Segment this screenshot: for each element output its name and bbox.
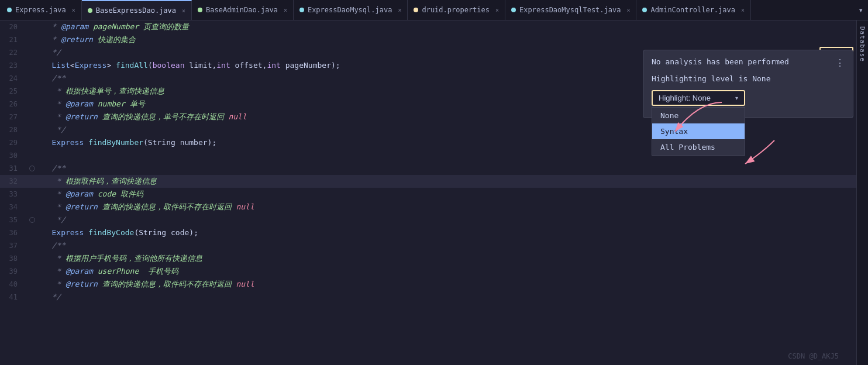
overlay-title: No analysis has been performed: [652, 57, 789, 66]
line-number: 32: [0, 175, 26, 188]
line-number: 40: [0, 278, 26, 291]
tab-express-java[interactable]: Express.java ×: [1, 0, 82, 20]
tab-close[interactable]: ×: [182, 8, 185, 14]
line-gutter: [26, 217, 38, 223]
overlay-menu-icon[interactable]: ⋮: [835, 57, 845, 68]
line-content: * @return 快递的集合: [38, 33, 856, 46]
tab-label: druid.properties: [422, 6, 490, 14]
tab-close[interactable]: ×: [495, 7, 499, 13]
tab-close[interactable]: ×: [284, 7, 287, 13]
tab-base-admin-dao[interactable]: BaseAdminDao.java ×: [192, 0, 294, 20]
tab-druid-properties[interactable]: druid.properties ×: [408, 0, 505, 20]
code-line: 36 Express findByCode(String code);: [0, 226, 856, 239]
highlight-btn-label: Highlight: None: [659, 94, 711, 102]
dropdown-item-syntax[interactable]: Syntax: [652, 123, 745, 139]
dropdown-menu: None Syntax All Problems: [652, 107, 745, 156]
watermark: CSDN @D_AKJ5: [788, 352, 839, 360]
tab-dot: [88, 8, 92, 13]
code-line: 31 /**: [0, 162, 856, 175]
code-line: 21 * @return 快递的集合: [0, 33, 856, 46]
gutter-icon: [29, 217, 35, 223]
code-line: 20 * @param pageNumber 页查询的数量: [0, 20, 856, 33]
tab-base-express-dao[interactable]: BaseExpressDao.java ×: [82, 0, 192, 20]
tab-close[interactable]: ×: [398, 7, 401, 13]
code-line-32: 32 * 根据取件码，查询快递信息: [0, 175, 856, 188]
line-content: */: [38, 214, 856, 226]
code-line: 38 * 根据用户手机号码，查询他所有快递信息: [0, 252, 856, 265]
line-number: 26: [0, 98, 26, 111]
line-number: 20: [0, 20, 26, 33]
overlay-subtitle: Highlighting level is None: [652, 74, 845, 83]
code-line: 37 /**: [0, 239, 856, 252]
line-number: 33: [0, 188, 26, 201]
line-content: * @param code 取件码: [38, 188, 856, 201]
line-number: 41: [0, 291, 26, 304]
line-content: * 根据取件码，查询快递信息: [38, 175, 856, 188]
code-line: 41 */: [0, 291, 856, 304]
line-content: /**: [38, 162, 856, 175]
line-number: 24: [0, 72, 26, 85]
line-content: * @return 查询的快递信息，取件码不存在时返回 null: [38, 201, 856, 214]
line-number: 30: [0, 149, 26, 162]
tab-bar: Express.java × BaseExpressDao.java × Bas…: [0, 0, 868, 20]
line-number: 27: [0, 111, 26, 123]
code-line: 35 */: [0, 214, 856, 226]
line-number: 35: [0, 214, 26, 226]
dropdown-item-all-problems[interactable]: All Problems: [652, 139, 745, 155]
chevron-down-icon: ▾: [735, 95, 738, 101]
tab-express-dao-mysql[interactable]: ExpressDaoMysql.java ×: [294, 0, 408, 20]
line-number: 23: [0, 59, 26, 72]
tab-close[interactable]: ×: [741, 7, 745, 13]
line-number: 25: [0, 85, 26, 98]
tab-dot: [642, 8, 647, 12]
tab-label: Express.java: [15, 6, 66, 14]
line-number: 29: [0, 136, 26, 149]
line-number: 38: [0, 252, 26, 265]
line-number: 21: [0, 33, 26, 46]
code-editor[interactable]: 20 * @param pageNumber 页查询的数量 21 * @retu…: [0, 20, 856, 365]
tab-label: AdminController.java: [650, 6, 735, 14]
overlay-header: No analysis has been performed ⋮: [652, 57, 845, 68]
tab-overflow-button[interactable]: ▾: [854, 5, 868, 15]
dropdown-item-none[interactable]: None: [652, 108, 745, 123]
highlight-dropdown-button[interactable]: Highlight: None ▾: [652, 90, 745, 106]
overlay-panel: No analysis has been performed ⋮ Highlig…: [643, 50, 853, 118]
line-content: * @param pageNumber 页查询的数量: [38, 20, 856, 33]
line-content: Express findByCode(String code);: [38, 226, 856, 239]
tab-close[interactable]: ×: [626, 7, 630, 13]
gutter-icon: [29, 166, 35, 171]
tab-label: ExpressDaoMysql.java: [308, 6, 392, 14]
code-line: 39 * @param userPhone 手机号码: [0, 265, 856, 278]
tab-dot: [198, 8, 202, 12]
line-number: 22: [0, 46, 26, 59]
tab-close[interactable]: ×: [72, 7, 75, 13]
code-line: 40 * @return 查询的快递信息，取件码不存在时返回 null: [0, 278, 856, 291]
tab-dot: [414, 8, 418, 12]
tab-admin-controller[interactable]: AdminController.java ×: [636, 0, 751, 20]
line-content: */: [38, 291, 856, 304]
line-number: 36: [0, 226, 26, 239]
highlight-dropdown: Highlight: None ▾ None Syntax All Proble…: [652, 90, 845, 106]
database-sidebar-label: Database: [859, 26, 866, 62]
line-number: 39: [0, 265, 26, 278]
line-content: * 根据用户手机号码，查询他所有快递信息: [38, 252, 856, 265]
line-number: 31: [0, 162, 26, 175]
tab-dot: [7, 8, 12, 12]
line-number: 37: [0, 239, 26, 252]
tab-label: BaseExpressDao.java: [96, 6, 176, 15]
tab-label: ExpressDaoMysqlTest.java: [519, 6, 621, 14]
tab-dot: [511, 8, 516, 12]
line-gutter: [26, 166, 38, 171]
line-number: 34: [0, 201, 26, 214]
line-number: 28: [0, 123, 26, 136]
tab-label: BaseAdminDao.java: [206, 6, 278, 14]
code-line: 34 * @return 查询的快递信息，取件码不存在时返回 null: [0, 201, 856, 214]
code-line: 33 * @param code 取件码: [0, 188, 856, 201]
line-content: /**: [38, 239, 856, 252]
tab-express-dao-mysql-test[interactable]: ExpressDaoMysqlTest.java ×: [505, 0, 636, 20]
line-content: * @param userPhone 手机号码: [38, 265, 856, 278]
main-area: 20 * @param pageNumber 页查询的数量 21 * @retu…: [0, 20, 868, 365]
right-sidebar: Database: [856, 20, 868, 365]
line-content: * @return 查询的快递信息，取件码不存在时返回 null: [38, 278, 856, 291]
tab-dot: [299, 8, 304, 12]
